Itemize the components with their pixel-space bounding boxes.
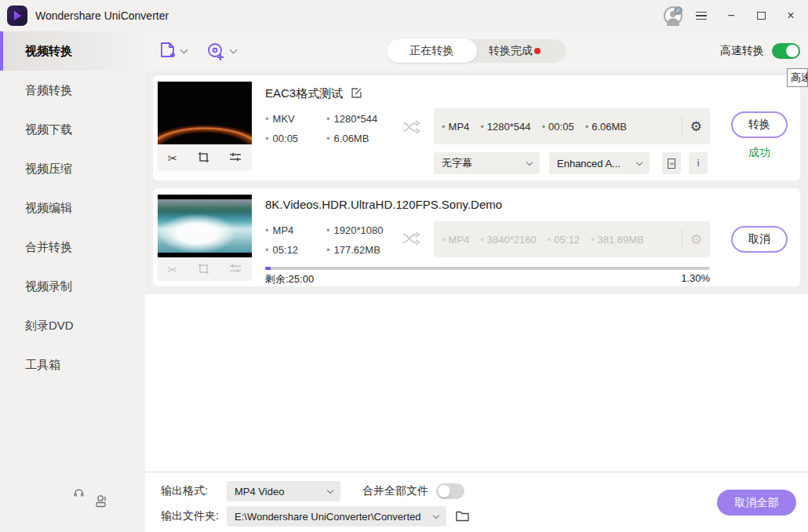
sidebar-item-label: 合并转换 (25, 240, 72, 255)
chevron-down-icon (526, 159, 533, 165)
info-button[interactable]: i (689, 152, 708, 174)
time-remaining: 剩余:25:00 (265, 272, 314, 286)
output-folder-label: 输出文件夹: (161, 509, 224, 523)
sidebar-item-video-edit[interactable]: 视频编辑 (0, 188, 145, 228)
sidebar-item-video-download[interactable]: 视频下载 (0, 110, 145, 149)
sidebar-item-label: 音频转换 (25, 83, 72, 98)
cancel-all-button[interactable]: 取消全部 (717, 490, 796, 516)
crop-icon[interactable] (198, 151, 209, 165)
minimize-button[interactable]: − (720, 5, 742, 27)
chevron-down-icon (327, 486, 333, 493)
sidebar-item-label: 视频压缩 (25, 162, 72, 177)
account-avatar[interactable]: ✓ (664, 6, 682, 25)
subtitle-dropdown[interactable]: 无字幕 (434, 152, 540, 174)
sidebar-item-screen-record[interactable]: 视频录制 (0, 267, 145, 306)
sidebar-item-toolbox[interactable]: 工具箱 (0, 345, 145, 384)
tab-converting[interactable]: 正在转换 (387, 39, 477, 63)
notification-dot (534, 48, 540, 54)
chevron-down-icon (636, 159, 642, 165)
effects-icon[interactable] (229, 151, 242, 164)
audio-dropdown[interactable]: Enhanced A... (549, 152, 650, 174)
target-size: 6.06MB (591, 121, 627, 133)
source-duration: 05:12 (273, 244, 299, 256)
convert-button[interactable]: 转换 (731, 111, 788, 138)
main-content: 正在转换 转换完成 高速转换 ✂ EAC3格式测试 (145, 31, 808, 532)
convert-arrow-icon (402, 231, 423, 250)
sidebar: 视频转换 音频转换 视频下载 视频压缩 视频编辑 合并转换 视频录制 刻录DVD… (0, 31, 145, 532)
target-size: 381.69MB (597, 234, 643, 246)
output-info-box: •MP4 •3840*2160 •05:12 •381.69MB ⚙ (434, 221, 710, 257)
merge-files-toggle[interactable] (436, 483, 464, 499)
sidebar-item-burn-dvd[interactable]: 刻录DVD (0, 306, 145, 345)
chevron-down-icon (180, 46, 188, 53)
sidebar-item-audio-convert[interactable]: 音频转换 (0, 71, 145, 110)
maximize-button[interactable] (750, 5, 772, 27)
task-row: ✂ 8K.Videos.HDR.UltraHD.120FPS.Sony.Demo… (153, 188, 800, 286)
output-folder-select[interactable]: E:\Wondershare UniConverter\Converted (227, 506, 446, 527)
cancel-button[interactable]: 取消 (731, 226, 788, 253)
highspeed-toggle[interactable] (772, 43, 800, 59)
progress-percent: 1.30% (655, 272, 710, 284)
open-folder-icon[interactable] (456, 511, 469, 522)
cancel-button-label: 取消 (748, 232, 770, 246)
progress-bar (265, 267, 710, 270)
source-info: •MP4 •1920*1080 •05:12 •177.62MB (265, 224, 406, 256)
sidebar-item-label: 视频转换 (25, 44, 72, 59)
tab-finished-label: 转换完成 (489, 44, 533, 58)
source-resolution: 1280*544 (334, 113, 378, 125)
output-format-select[interactable]: MP4 Video (227, 481, 340, 501)
highspeed-label: 高速转换 (720, 44, 764, 58)
sidebar-item-label: 刻录DVD (25, 319, 74, 333)
output-format-value: MP4 Video (235, 486, 284, 497)
sidebar-item-label: 视频编辑 (25, 201, 72, 216)
source-format: MP4 (273, 224, 294, 236)
titlebar: Wondershare UniConverter ✓ − × (0, 0, 808, 31)
status-badge: 成功 (731, 146, 788, 160)
video-thumbnail (158, 195, 252, 257)
support-icon[interactable] (74, 486, 84, 501)
source-format: MKV (273, 113, 295, 125)
tab-converting-label: 正在转换 (410, 44, 454, 58)
source-size: 6.06MB (334, 133, 369, 144)
task-title: EAC3格式测试 (265, 86, 343, 101)
source-info: •MKV •1280*544 •00:05 •6.06MB (265, 113, 406, 144)
target-duration: 05:12 (554, 234, 580, 246)
target-resolution: 3840*2160 (487, 234, 537, 246)
cancel-all-label: 取消全部 (735, 496, 779, 510)
load-dvd-button[interactable] (206, 31, 236, 71)
chevron-down-icon (230, 46, 238, 53)
trim-icon[interactable]: ✂ (168, 152, 178, 164)
sidebar-item-video-convert[interactable]: 视频转换 (0, 31, 145, 71)
sidebar-item-label: 工具箱 (25, 358, 60, 373)
account-check-badge: ✓ (674, 6, 682, 15)
task-row: ✂ EAC3格式测试 •MKV •1280*544 •00:05 •6.06MB (153, 75, 800, 180)
crop-icon (198, 263, 209, 276)
highspeed-tooltip: 高速 (787, 68, 808, 87)
sidebar-item-video-compress[interactable]: 视频压缩 (0, 149, 145, 188)
sidebar-item-label: 视频下载 (25, 122, 72, 137)
compare-icon: >< (668, 159, 675, 169)
add-files-button[interactable] (159, 31, 187, 71)
add-disc-icon (206, 42, 226, 61)
settings-gear-icon[interactable]: ⚙ (690, 118, 702, 135)
close-button[interactable]: × (780, 5, 802, 27)
feedback-icon[interactable] (94, 494, 110, 511)
rename-icon[interactable] (351, 87, 362, 101)
bottom-bar: 输出格式: MP4 Video 合并全部文件 输出文件夹: E:\Wonders… (145, 472, 808, 532)
settings-gear-icon: ⚙ (690, 231, 702, 248)
sidebar-item-merge-convert[interactable]: 合并转换 (0, 228, 145, 267)
app-title: Wondershare UniConverter (35, 9, 169, 22)
source-duration: 00:05 (273, 133, 299, 144)
task-title: 8K.Videos.HDR.UltraHD.120FPS.Sony.Demo (265, 198, 502, 211)
trim-icon: ✂ (168, 264, 178, 275)
tab-finished[interactable]: 转换完成 (477, 39, 552, 63)
compare-button[interactable]: >< (662, 152, 681, 174)
target-duration: 00:05 (548, 121, 574, 133)
menu-icon[interactable] (690, 5, 712, 27)
status-tabs: 正在转换 转换完成 (387, 39, 566, 63)
target-format: MP4 (449, 121, 470, 133)
source-size: 177.62MB (334, 244, 380, 256)
effects-icon (229, 263, 242, 275)
progress-fill (265, 267, 271, 270)
task-list: ✂ EAC3格式测试 •MKV •1280*544 •00:05 •6.06MB (145, 71, 808, 294)
